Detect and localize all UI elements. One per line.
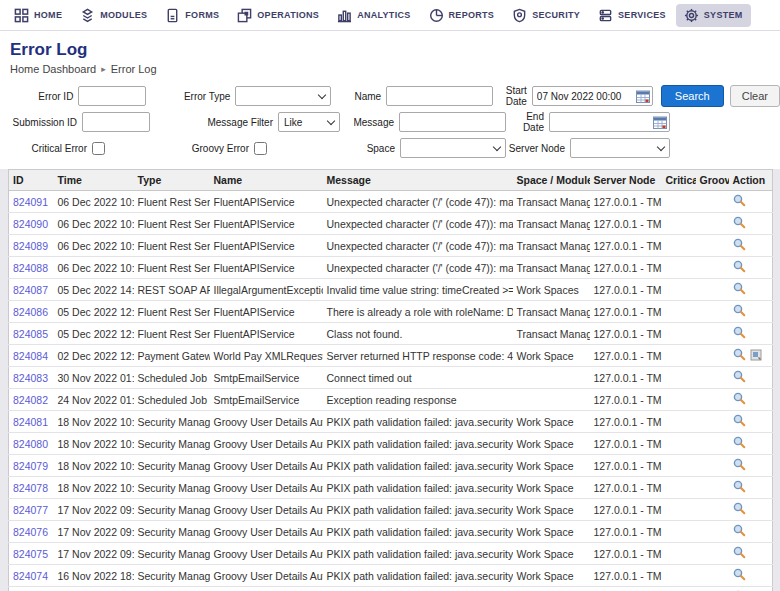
nav-item-operations[interactable]: OPERATIONS [229,4,327,27]
view-details-icon[interactable] [733,414,746,429]
cell-space: Work Spaces [513,279,590,301]
clear-button[interactable]: Clear [730,85,780,107]
view-details-icon[interactable] [733,436,746,451]
error-id-link[interactable]: 824091 [13,196,48,208]
nav-item-modules[interactable]: MODULES [72,4,155,27]
cell-name: FluentAPIService [210,257,323,279]
server-node-select[interactable] [570,138,670,158]
error-id-link[interactable]: 824088 [13,262,48,274]
chevron-down-icon [493,143,501,151]
calendar-icon[interactable] [653,115,667,133]
view-details-icon[interactable] [733,238,746,253]
view-details-icon[interactable] [733,348,746,363]
end-date-input[interactable] [549,112,670,132]
view-details-icon[interactable] [733,568,746,583]
view-details-icon[interactable] [733,502,746,517]
cell-critical [662,191,696,213]
col-header-groovy: Groovy [696,170,729,191]
cell-message: PKIX path validation failed: java.securi… [323,411,513,433]
cell-space: Transact Manager [513,257,590,279]
cell-space: Transact Manager [513,191,590,213]
cell-message: Class not found. [323,323,513,345]
cell-groovy [696,345,729,367]
cell-type: Fluent Rest Service [134,257,210,279]
error-id-link[interactable]: 824089 [13,240,48,252]
table-row: 824079 18 Nov 2022 10:23:46 Security Man… [9,455,773,477]
name-input[interactable] [386,86,493,106]
view-details-icon[interactable] [733,370,746,385]
nav-item-security[interactable]: SECURITY [504,4,588,27]
cell-groovy [696,279,729,301]
error-id-link[interactable]: 824081 [13,416,48,428]
view-details-icon[interactable] [733,194,746,209]
cell-server-node: 127.0.0.1 - TM Se... [590,587,662,591]
error-id-input[interactable] [78,86,146,106]
cell-critical [662,411,696,433]
groovy-error-checkbox[interactable] [254,142,267,155]
error-type-select[interactable] [235,86,331,106]
start-date-input[interactable] [532,86,653,106]
error-id-link[interactable]: 824087 [13,284,48,296]
space-select[interactable] [400,138,506,158]
nav-item-home[interactable]: HOME [6,4,70,27]
forms-icon [165,8,180,23]
submission-id-input[interactable] [82,112,150,132]
col-header-message: Message [323,170,513,191]
error-id-link[interactable]: 824078 [13,482,48,494]
preview-details-icon[interactable] [750,349,762,363]
cell-critical [662,323,696,345]
cell-groovy [696,565,729,587]
view-details-icon[interactable] [733,546,746,561]
message-filter-select[interactable]: Like [278,112,340,132]
error-id-link[interactable]: 824084 [13,350,48,362]
filter-panel: Error ID Error Type Name Start Date Sear… [0,77,780,169]
nav-item-services[interactable]: SERVICES [590,4,674,27]
cell-time: 18 Nov 2022 10:24:34 [54,411,134,433]
search-button[interactable]: Search [661,85,724,107]
error-id-link[interactable]: 824077 [13,504,48,516]
nav-item-reports[interactable]: REPORTS [421,4,503,27]
cell-name: Groovy User Details Authent... [210,433,323,455]
cell-message: PKIX path validation failed: java.securi… [323,455,513,477]
view-details-icon[interactable] [733,392,746,407]
cell-time: 02 Dec 2022 12:10:25 [54,345,134,367]
view-details-icon[interactable] [733,458,746,473]
error-id-link[interactable]: 824075 [13,548,48,560]
cell-type: Scheduled Job [134,389,210,411]
security-shield-icon [512,8,527,23]
nav-item-forms[interactable]: FORMS [157,4,227,27]
cell-space: Work Space [513,411,590,433]
breadcrumb-parent[interactable]: Home Dashboard [10,63,96,75]
view-details-icon[interactable] [733,304,746,319]
cell-message: Unexpected character ('/' (code 47)): ma… [323,191,513,213]
view-details-icon[interactable] [733,260,746,275]
error-id-link[interactable]: 824085 [13,328,48,340]
error-id-link[interactable]: 824074 [13,570,48,582]
nav-item-analytics[interactable]: ANALYTICS [329,4,418,27]
critical-error-checkbox[interactable] [92,142,105,155]
error-id-link[interactable]: 824083 [13,372,48,384]
server-node-label: Server Node [506,143,565,154]
cell-time: 18 Nov 2022 10:23:27 [54,477,134,499]
view-details-icon[interactable] [733,282,746,297]
cell-critical [662,433,696,455]
nav-label: HOME [34,10,62,20]
table-row: 824082 24 Nov 2022 01:42:08 Scheduled Jo… [9,389,773,411]
nav-item-system[interactable]: SYSTEM [676,4,751,27]
error-id-link[interactable]: 824086 [13,306,48,318]
cell-type: Security Manager [134,521,210,543]
calendar-icon[interactable] [636,89,650,107]
cell-space: Transact Manager [513,301,590,323]
error-id-link[interactable]: 824076 [13,526,48,538]
view-details-icon[interactable] [733,216,746,231]
view-details-icon[interactable] [733,480,746,495]
view-details-icon[interactable] [733,326,746,341]
error-type-label: Error Type [146,91,230,102]
error-id-link[interactable]: 824090 [13,218,48,230]
message-input[interactable] [399,112,506,132]
error-id-link[interactable]: 824082 [13,394,48,406]
cell-critical [662,455,696,477]
error-id-link[interactable]: 824080 [13,438,48,450]
error-id-link[interactable]: 824079 [13,460,48,472]
view-details-icon[interactable] [733,524,746,539]
